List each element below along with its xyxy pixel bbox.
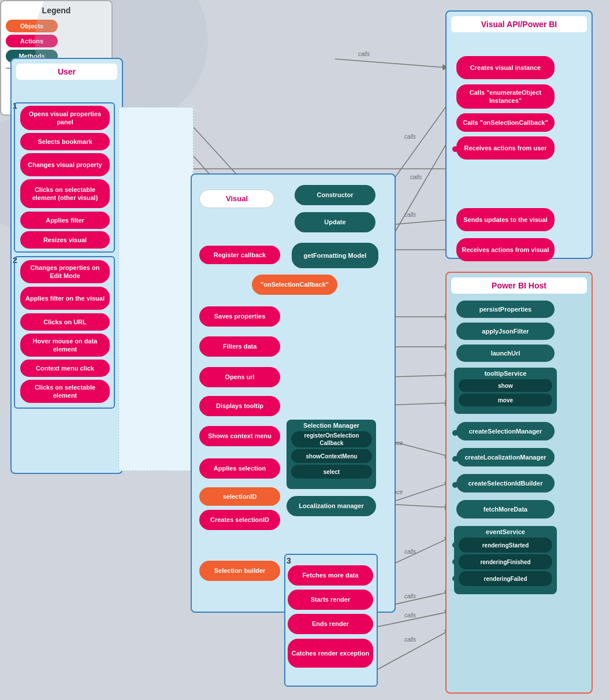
btn-displays-tooltip[interactable]: Displays tooltip bbox=[199, 396, 280, 416]
btn-apply-json-filter[interactable]: applyJsonFilter bbox=[456, 323, 555, 340]
user-panel-title: User bbox=[16, 64, 117, 80]
legend-title: Legend bbox=[6, 6, 107, 15]
svg-text:calls: calls bbox=[404, 612, 416, 618]
btn-show-context-menu-sm[interactable]: showContextMenu bbox=[291, 449, 372, 463]
connector-panel bbox=[118, 107, 194, 471]
legend-objects: Objects bbox=[6, 20, 107, 32]
svg-text:calls: calls bbox=[404, 636, 416, 643]
dot-receives-actions bbox=[452, 146, 458, 152]
svg-text:calls: calls bbox=[410, 174, 422, 180]
visual-api-title: Visual API/Power BI bbox=[451, 16, 587, 32]
btn-visual-title: Visual bbox=[199, 190, 274, 208]
btn-catches-render[interactable]: Catches render exception bbox=[288, 639, 373, 668]
svg-text:calls: calls bbox=[358, 51, 370, 57]
btn-receives-actions-visual[interactable]: Receives actions from visual bbox=[456, 238, 555, 261]
btn-rendering-started[interactable]: renderingStarted bbox=[459, 538, 552, 553]
btn-ends-render[interactable]: Ends render bbox=[288, 614, 373, 634]
btn-creates-selection-id[interactable]: Creates selectionID bbox=[199, 510, 280, 530]
btn-starts-render[interactable]: Starts render bbox=[288, 590, 373, 610]
btn-shows-context-menu[interactable]: Shows context menu bbox=[199, 426, 280, 446]
btn-saves-properties[interactable]: Saves properties bbox=[199, 306, 280, 327]
btn-selection-builder[interactable]: Selection builder bbox=[199, 561, 280, 581]
dot-create-loc-mgr bbox=[452, 456, 458, 462]
svg-line-29 bbox=[375, 630, 450, 671]
btn-opens-url[interactable]: Opens url bbox=[199, 367, 280, 387]
btn-create-selection-manager[interactable]: createSelectionManager bbox=[456, 422, 555, 440]
event-service-box: eventService renderingStarted renderingF… bbox=[454, 526, 557, 594]
btn-filters-data[interactable]: Filters data bbox=[199, 336, 280, 357]
selection-manager-title: Selection Manager bbox=[289, 422, 374, 429]
btn-update[interactable]: Update bbox=[295, 212, 375, 232]
dot-rendering-failed bbox=[452, 576, 458, 582]
btn-rendering-finished[interactable]: renderingFinished bbox=[459, 554, 552, 569]
btn-fetch-more-data[interactable]: fetchMoreData bbox=[456, 500, 555, 518]
btn-create-localization-manager[interactable]: createLocalizationManager bbox=[456, 448, 555, 466]
btn-fetches-more-data[interactable]: Fetches more data bbox=[288, 565, 373, 586]
btn-rendering-failed[interactable]: renderingFailed bbox=[459, 571, 552, 586]
legend-actions-label: Actions bbox=[20, 38, 43, 45]
btn-select[interactable]: select bbox=[291, 465, 372, 479]
user-group2-box bbox=[14, 256, 115, 409]
btn-applies-selection[interactable]: Applies selection bbox=[199, 458, 280, 479]
btn-getformatting[interactable]: getFormatting Model bbox=[292, 243, 378, 268]
dot-create-sel-id-builder bbox=[452, 482, 458, 488]
legend-objects-box: Objects bbox=[6, 20, 58, 32]
visual-center-panel bbox=[191, 173, 396, 613]
btn-calls-enumerate[interactable]: Calls "enumerateObject Instances" bbox=[456, 84, 555, 109]
svg-line-27 bbox=[375, 612, 450, 627]
num-label-3: 3 bbox=[287, 556, 291, 565]
svg-text:calls: calls bbox=[404, 134, 416, 140]
btn-persist-properties[interactable]: persistProperties bbox=[456, 301, 555, 318]
btn-calls-onselection[interactable]: Calls "onSelectionCallback" bbox=[456, 113, 555, 132]
btn-receives-actions-user[interactable]: Receives actions from user bbox=[456, 136, 555, 160]
svg-text:calls: calls bbox=[404, 549, 416, 555]
legend-actions-box: Actions bbox=[6, 35, 58, 47]
btn-register-callback[interactable]: Register callback bbox=[199, 246, 280, 264]
legend-actions: Actions bbox=[6, 35, 107, 47]
event-service-label: eventService bbox=[456, 528, 555, 535]
btn-register-onselection[interactable]: registerOnSelection Callback bbox=[291, 431, 372, 447]
tooltip-service-box: tooltipService show move bbox=[454, 368, 557, 414]
dot-rendering-started bbox=[452, 542, 458, 548]
btn-sends-updates[interactable]: Sends updates to the visual bbox=[456, 208, 555, 231]
selection-manager-box: Selection Manager registerOnSelection Ca… bbox=[287, 420, 376, 489]
btn-create-sel-id-builder[interactable]: createSelectionIdBuilder bbox=[456, 474, 555, 492]
svg-text:calls: calls bbox=[404, 212, 416, 218]
btn-show[interactable]: show bbox=[459, 379, 552, 392]
dot-create-sel-mgr bbox=[452, 430, 458, 436]
host-panel-title: Power BI Host bbox=[451, 277, 587, 294]
user-group1-box bbox=[14, 102, 115, 253]
diagram-container: calls calls calls calls calls calls call… bbox=[0, 0, 610, 700]
legend-objects-label: Objects bbox=[20, 23, 43, 29]
dot-rendering-finished bbox=[452, 559, 458, 565]
btn-onselectioncallback[interactable]: "onSelectionCallback" bbox=[252, 275, 337, 295]
btn-selection-id[interactable]: selectionID bbox=[199, 487, 280, 506]
btn-creates-visual[interactable]: Creates visual instance bbox=[456, 56, 555, 79]
svg-text:calls: calls bbox=[404, 593, 416, 599]
btn-launch-url[interactable]: launchUrl bbox=[456, 345, 555, 362]
btn-constructor[interactable]: Constructor bbox=[295, 185, 375, 205]
btn-localization-manager[interactable]: Localization manager bbox=[287, 496, 376, 516]
svg-line-0 bbox=[335, 59, 448, 68]
tooltip-service-label: tooltipService bbox=[456, 370, 555, 377]
btn-move[interactable]: move bbox=[459, 394, 552, 406]
